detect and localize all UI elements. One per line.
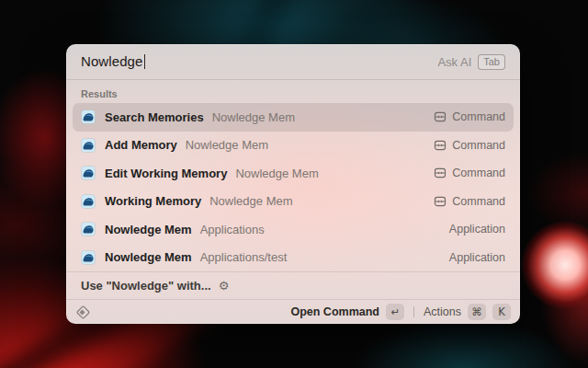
search-input[interactable]: Nowledge: [81, 53, 145, 70]
actions-button[interactable]: Actions: [424, 305, 461, 318]
cmd-key-badge: ⌘: [468, 304, 486, 320]
result-type-label: Command: [452, 139, 505, 152]
fallback-label: Use "Nowledge" with...: [81, 279, 211, 293]
nowledge-mem-app-icon: [81, 138, 96, 153]
ask-ai-button[interactable]: Ask AI: [437, 55, 471, 69]
result-row[interactable]: Nowledge Mem Applications Application: [73, 215, 514, 244]
nowledge-mem-app-icon: [81, 194, 96, 209]
result-subtitle: Nowledge Mem: [186, 138, 268, 152]
result-row[interactable]: Search Memories Nowledge Mem Command: [73, 103, 514, 132]
result-title: Search Memories: [105, 110, 204, 124]
nowledge-mem-app-icon: [81, 222, 96, 236]
result-type-label: Application: [449, 223, 505, 236]
result-type-label: Command: [452, 167, 505, 179]
open-command-button[interactable]: Open Command: [290, 305, 379, 318]
nowledge-mem-app-icon: [81, 250, 96, 265]
command-bar-icon: [434, 195, 447, 208]
result-type-label: Command: [452, 110, 505, 123]
command-bar-icon: [434, 139, 447, 152]
result-subtitle: Applications: [200, 223, 265, 236]
result-title: Working Memory: [105, 194, 201, 208]
nowledge-mem-app-icon: [81, 109, 96, 124]
footer-bar: Open Command ↵ Actions ⌘ K: [66, 299, 520, 324]
result-subtitle: Applications/test: [200, 250, 288, 264]
raycast-compass-icon: [75, 305, 91, 320]
result-title: Edit Working Memory: [105, 167, 227, 180]
text-caret: [144, 54, 146, 69]
result-row[interactable]: Add Memory Nowledge Mem Command: [73, 132, 514, 160]
return-key-badge: ↵: [386, 304, 404, 320]
results-list: Search Memories Nowledge Mem Command Add…: [66, 103, 520, 271]
launcher-window: Nowledge Ask AI Tab Results Search Memor…: [66, 44, 520, 324]
fallback-search-row[interactable]: Use "Nowledge" with... ⚙: [66, 271, 520, 299]
result-row[interactable]: Nowledge Mem Applications/test Applicati…: [73, 244, 514, 272]
command-bar-icon: [434, 167, 447, 179]
nowledge-mem-app-icon: [81, 166, 96, 180]
results-section-label: Results: [66, 80, 520, 103]
result-subtitle: Nowledge Mem: [235, 167, 318, 180]
result-title: Nowledge Mem: [105, 223, 192, 236]
k-key-badge: K: [492, 304, 511, 320]
tab-key-badge: Tab: [478, 54, 505, 70]
result-title: Nowledge Mem: [105, 250, 192, 264]
footer-divider: [413, 306, 414, 317]
result-row[interactable]: Edit Working Memory Nowledge Mem Command: [73, 159, 514, 188]
search-query-text: Nowledge: [81, 53, 143, 69]
result-subtitle: Nowledge Mem: [212, 110, 295, 124]
result-row[interactable]: Working Memory Nowledge Mem Command: [73, 188, 514, 216]
search-bar: Nowledge Ask AI Tab: [66, 44, 520, 80]
result-title: Add Memory: [105, 138, 177, 152]
command-bar-icon: [434, 110, 447, 123]
result-type-label: Application: [449, 251, 505, 264]
result-type-label: Command: [452, 195, 505, 208]
gear-icon[interactable]: ⚙: [219, 280, 230, 292]
result-subtitle: Nowledge Mem: [209, 194, 292, 208]
